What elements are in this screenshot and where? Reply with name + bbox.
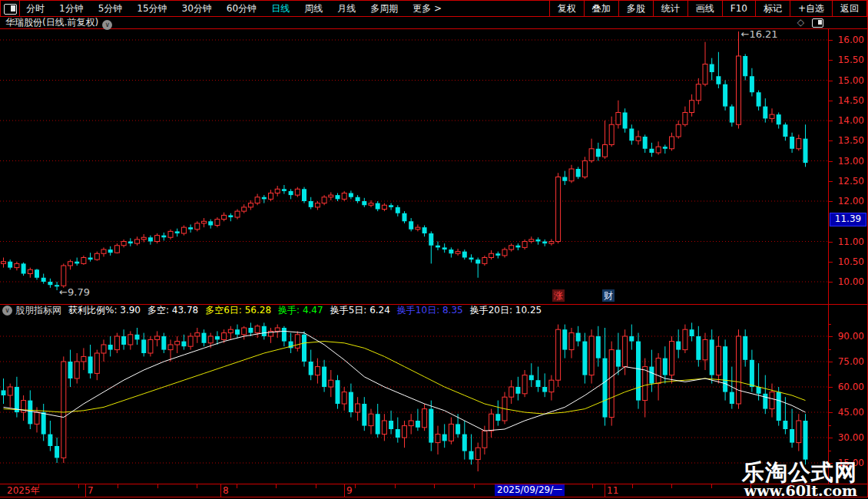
- toolbar-button-2[interactable]: 多股: [618, 1, 653, 16]
- toolbar-button-7[interactable]: +自选: [790, 1, 832, 16]
- indicator-chevron-icon[interactable]: ∨: [2, 306, 12, 316]
- candle-up: [75, 353, 79, 384]
- indicator-value-7: 换手20日: 10.25: [470, 305, 542, 316]
- candle-down: [262, 195, 267, 203]
- timeframe-tab-1[interactable]: 1分钟: [59, 1, 84, 16]
- indicator-header: ∨ 股朋指标网获利比例%: 3.90多空: 43.78多空6日: 56.28换手…: [0, 305, 828, 316]
- candle-down: [161, 333, 166, 353]
- candle-down: [495, 252, 500, 259]
- candle-down: [469, 435, 474, 465]
- timeframe-tab-7[interactable]: 周线: [304, 1, 323, 16]
- candle-down: [309, 350, 313, 381]
- candle-down: [562, 171, 567, 185]
- layout-icon[interactable]: [4, 4, 17, 15]
- candle-up: [61, 263, 66, 288]
- candle-down: [582, 333, 587, 384]
- candle-up: [141, 234, 146, 243]
- candle-down: [396, 418, 400, 443]
- timeframe-tab-3[interactable]: 15分钟: [137, 1, 167, 16]
- candle-down: [336, 193, 340, 202]
- watermark-url: www.60lt.com: [742, 484, 857, 498]
- candle-up: [609, 342, 614, 426]
- indicator-value-4: 换手: 4.47: [278, 305, 323, 316]
- toolbar-button-1[interactable]: 叠加: [584, 1, 618, 16]
- candle-up: [342, 387, 346, 411]
- candle-up: [569, 328, 574, 359]
- toolbar-button-3[interactable]: 统计: [653, 1, 687, 16]
- candle-up: [68, 259, 73, 269]
- candle-down: [188, 224, 193, 233]
- toolbar-button-4[interactable]: 画线: [687, 1, 722, 16]
- candle-up: [609, 117, 614, 147]
- candle-down: [763, 98, 767, 123]
- candle-up: [195, 328, 200, 343]
- axis-tick: [829, 362, 833, 362]
- candle-down: [2, 378, 6, 404]
- timeframe-tab-10[interactable]: 更多 >: [412, 1, 442, 16]
- date-minor-tick: [434, 484, 435, 488]
- timeframe-tab-2[interactable]: 5分钟: [98, 1, 123, 16]
- candle-down: [41, 274, 46, 284]
- stock-app-window: 分时1分钟5分钟15分钟30分钟60分钟日线周线月线多周期更多 > 复权叠加多股…: [0, 0, 868, 499]
- date-minor-tick: [316, 484, 316, 488]
- candle-up: [148, 336, 153, 356]
- indicator-chart[interactable]: [0, 317, 828, 484]
- axis-tick: [829, 60, 833, 61]
- toolbar-button-5[interactable]: F10: [722, 1, 755, 16]
- candle-up: [703, 42, 707, 87]
- price-axis-label: 10.00: [833, 276, 864, 287]
- candle-up: [121, 240, 126, 248]
- candle-down: [429, 231, 433, 263]
- candle-up: [155, 233, 160, 243]
- axis-tick-mid: [829, 425, 831, 426]
- candle-up: [509, 380, 514, 404]
- candle-up: [636, 131, 641, 144]
- timeframe-tab-4[interactable]: 30分钟: [182, 1, 212, 16]
- candle-up: [101, 247, 106, 256]
- indicator-axis-label: 45.00: [833, 407, 864, 418]
- candle-up: [181, 226, 186, 236]
- price-axis-label: 16.00: [833, 35, 864, 45]
- candle-up: [135, 236, 140, 246]
- candle-up: [295, 331, 300, 351]
- candle-up: [382, 414, 386, 441]
- date-label: 2025年: [7, 485, 40, 496]
- toolbar-button-0[interactable]: 复权: [549, 1, 584, 16]
- candle-up: [101, 339, 106, 362]
- date-label: 8: [223, 485, 229, 496]
- candle-down: [696, 326, 701, 367]
- toolbar-button-6[interactable]: 标记: [755, 1, 790, 16]
- timeframe-tab-9[interactable]: 多周期: [370, 1, 398, 16]
- candle-up: [556, 173, 561, 243]
- candle-down: [28, 390, 32, 429]
- candle-down: [690, 322, 694, 341]
- candle-down: [436, 242, 440, 251]
- candle-down: [616, 333, 621, 375]
- indicator-value-1: 获利比例%: 3.90: [68, 305, 141, 316]
- date-minor-tick: [395, 484, 396, 488]
- main-kline-chart[interactable]: ←16.21←9.79涨财: [0, 28, 828, 304]
- date-minor-tick: [118, 484, 118, 488]
- date-label: 7: [88, 485, 94, 496]
- candle-down: [302, 187, 306, 203]
- timeframe-tab-8[interactable]: 月线: [337, 1, 356, 16]
- candle-down: [757, 91, 761, 111]
- timeframe-tab-0[interactable]: 分时: [26, 1, 45, 16]
- candle-down: [262, 322, 267, 339]
- candle-down: [649, 143, 654, 157]
- toolbar-button-8[interactable]: 返回: [832, 1, 867, 16]
- candle-up: [502, 392, 507, 425]
- candle-down: [41, 404, 46, 441]
- axis-tick: [829, 81, 833, 81]
- split-panel-icon[interactable]: [812, 18, 823, 28]
- candle-up: [569, 165, 574, 183]
- watermark-site-name: 乐淘公式网: [742, 461, 857, 484]
- candle-down: [128, 238, 133, 246]
- candle-up: [168, 230, 173, 240]
- timeframe-tab-6[interactable]: 日线: [271, 1, 290, 16]
- timeframe-tab-5[interactable]: 60分钟: [227, 1, 257, 16]
- candle-up: [409, 414, 413, 434]
- candle-up: [315, 359, 320, 384]
- diamond-icon[interactable]: ◇: [797, 18, 804, 28]
- candle-down: [730, 104, 734, 127]
